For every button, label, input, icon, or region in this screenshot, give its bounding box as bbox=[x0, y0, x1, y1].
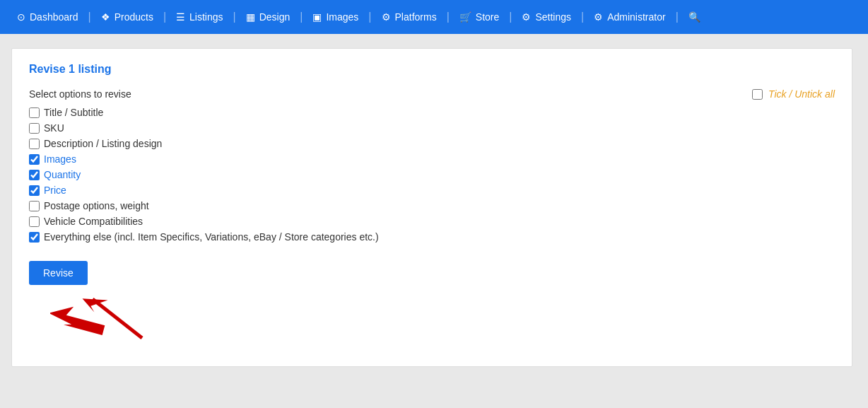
nav-sep-4: | bbox=[298, 11, 304, 23]
options-left: Select options to revise Title / Subtitl… bbox=[29, 88, 710, 345]
checkbox-vehicle[interactable] bbox=[29, 216, 40, 227]
nav-images[interactable]: ▣ Images bbox=[304, 11, 367, 23]
nav-platforms[interactable]: ⚙ Platforms bbox=[373, 11, 445, 23]
listings-icon: ☰ bbox=[176, 11, 185, 23]
checkbox-row-vehicle: Vehicle Compatibilities bbox=[29, 216, 710, 227]
checkbox-title-subtitle[interactable] bbox=[29, 107, 40, 118]
checkbox-images[interactable] bbox=[29, 154, 40, 165]
tick-untick-area: Tick / Untick all bbox=[752, 88, 835, 107]
select-options-label: Select options to revise bbox=[29, 88, 710, 100]
label-description[interactable]: Description / Listing design bbox=[44, 138, 162, 149]
nav-settings[interactable]: ⚙ Settings bbox=[513, 11, 580, 23]
checkbox-price[interactable] bbox=[29, 185, 40, 196]
nav-store[interactable]: 🛒 Store bbox=[451, 11, 508, 23]
red-arrow-icon bbox=[50, 288, 206, 345]
checkbox-row-price: Price bbox=[29, 185, 710, 196]
checkbox-tick-untick-all[interactable] bbox=[752, 89, 763, 100]
label-quantity[interactable]: Quantity bbox=[44, 169, 81, 180]
nav-platforms-label: Platforms bbox=[395, 11, 437, 23]
nav-administrator[interactable]: ⚙ Administrator bbox=[585, 11, 674, 23]
top-navigation: ⊙ Dashboard | ❖ Products | ☰ Listings | … bbox=[0, 0, 868, 34]
arrow-annotation bbox=[50, 288, 710, 345]
revise-card: Revise 1 listing Select options to revis… bbox=[11, 48, 852, 367]
nav-listings-label: Listings bbox=[189, 11, 223, 23]
label-tick-untick-all[interactable]: Tick / Untick all bbox=[768, 88, 835, 100]
nav-products[interactable]: ❖ Products bbox=[93, 11, 162, 23]
nav-sep-2: | bbox=[162, 11, 168, 23]
checkbox-row-title-subtitle: Title / Subtitle bbox=[29, 107, 710, 118]
main-content: Revise 1 listing Select options to revis… bbox=[0, 34, 868, 381]
checkbox-row-description: Description / Listing design bbox=[29, 138, 710, 149]
checkbox-row-postage: Postage options, weight bbox=[29, 200, 710, 211]
nav-sep-6: | bbox=[445, 11, 451, 23]
checkbox-row-sku: SKU bbox=[29, 122, 710, 134]
nav-store-label: Store bbox=[476, 11, 499, 23]
checkbox-quantity[interactable] bbox=[29, 170, 40, 180]
nav-sep-8: | bbox=[580, 11, 585, 23]
checkbox-sku[interactable] bbox=[29, 123, 40, 134]
label-title-subtitle[interactable]: Title / Subtitle bbox=[44, 107, 103, 118]
label-postage[interactable]: Postage options, weight bbox=[44, 200, 149, 211]
images-icon: ▣ bbox=[312, 11, 322, 23]
search-icon: 🔍 bbox=[688, 11, 700, 23]
nav-settings-label: Settings bbox=[535, 11, 571, 23]
page-title: Revise 1 listing bbox=[29, 63, 835, 76]
nav-listings[interactable]: ☰ Listings bbox=[168, 11, 231, 23]
design-icon: ▦ bbox=[246, 11, 255, 23]
label-vehicle[interactable]: Vehicle Compatibilities bbox=[44, 216, 143, 227]
nav-items: ⊙ Dashboard | ❖ Products | ☰ Listings | … bbox=[8, 11, 709, 23]
nav-products-label: Products bbox=[115, 11, 153, 23]
nav-search[interactable]: 🔍 bbox=[680, 11, 709, 23]
checkbox-everything-else[interactable] bbox=[29, 232, 40, 243]
platforms-icon: ⚙ bbox=[382, 11, 391, 23]
nav-sep-5: | bbox=[367, 11, 373, 23]
dashboard-icon: ⊙ bbox=[17, 11, 25, 23]
tick-untick-row: Tick / Untick all bbox=[752, 88, 835, 100]
checkbox-row-images: Images bbox=[29, 153, 710, 165]
store-icon: 🛒 bbox=[459, 11, 471, 23]
nav-images-label: Images bbox=[326, 11, 358, 23]
nav-dashboard-label: Dashboard bbox=[30, 11, 78, 23]
nav-sep-7: | bbox=[508, 11, 513, 23]
label-images[interactable]: Images bbox=[44, 153, 76, 165]
label-everything-else[interactable]: Everything else (incl. Item Specifics, V… bbox=[44, 231, 379, 243]
checkbox-postage[interactable] bbox=[29, 201, 40, 211]
checkbox-row-everything-else: Everything else (incl. Item Specifics, V… bbox=[29, 231, 710, 243]
nav-dashboard[interactable]: ⊙ Dashboard bbox=[8, 11, 87, 23]
revise-button[interactable]: Revise bbox=[29, 261, 88, 285]
nav-sep-3: | bbox=[232, 11, 237, 23]
nav-sep-1: | bbox=[87, 11, 93, 23]
label-price[interactable]: Price bbox=[44, 185, 66, 196]
nav-sep-9: | bbox=[674, 11, 680, 23]
settings-icon: ⚙ bbox=[522, 11, 531, 23]
administrator-icon: ⚙ bbox=[594, 11, 603, 23]
checkbox-description[interactable] bbox=[29, 139, 40, 149]
label-sku[interactable]: SKU bbox=[44, 122, 64, 134]
products-icon: ❖ bbox=[101, 11, 110, 23]
checkbox-row-quantity: Quantity bbox=[29, 169, 710, 180]
nav-administrator-label: Administrator bbox=[607, 11, 665, 23]
nav-design[interactable]: ▦ Design bbox=[237, 11, 299, 23]
nav-design-label: Design bbox=[259, 11, 291, 23]
